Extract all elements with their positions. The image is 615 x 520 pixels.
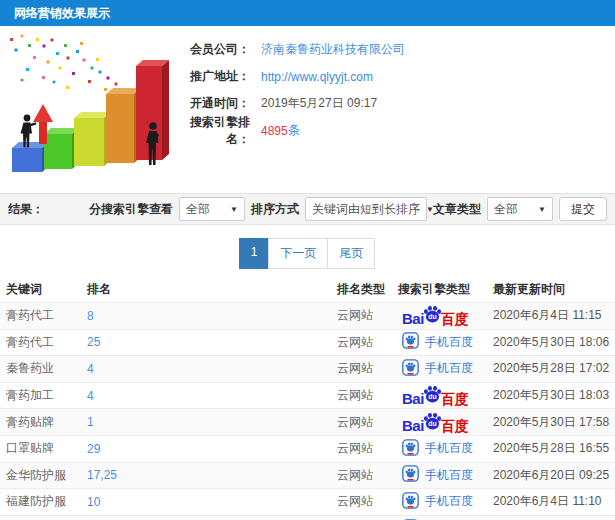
article-type-value: 全部 — [494, 201, 518, 218]
open-time-label: 开通时间： — [168, 95, 250, 112]
baidu-paw-icon: du — [424, 385, 442, 406]
rank-type-cell: 云网站 — [337, 493, 398, 510]
rank-value[interactable]: 4 — [87, 389, 94, 403]
promo-url-row: 推广地址： http://www.qlyyjt.com — [168, 63, 405, 90]
info-section: 会员公司： 济南秦鲁药业科技有限公司 推广地址： http://www.qlyy… — [0, 26, 615, 193]
engine-cell: 手机百度 — [398, 359, 493, 379]
rank-type-cell: 云网站 — [337, 307, 398, 324]
article-type-label: 文章类型 — [433, 201, 481, 218]
baidu-logo-cn: 百度 — [441, 419, 469, 433]
baidu-paw-icon: du — [424, 305, 442, 326]
table-row: 膏药代工8云网站Baidu百度2020年6月4日 11:15 — [0, 303, 615, 330]
rank-type-cell: 云网站 — [337, 334, 398, 351]
page-button-last[interactable]: 尾页 — [327, 238, 375, 269]
rank-value[interactable]: 17,25 — [87, 468, 117, 482]
engine-cell: Baidu百度 — [398, 305, 493, 326]
article-type-select[interactable]: 全部 ▼ — [487, 197, 553, 221]
rank-type-cell: 云网站 — [337, 440, 398, 457]
engine-filter-value: 全部 — [186, 201, 210, 218]
table-row: 膏药加工4云网站Baidu百度2020年5月30日 18:03 — [0, 383, 615, 410]
rank-value[interactable]: 29 — [87, 442, 100, 456]
baidu-logo-cn: 百度 — [441, 312, 469, 326]
rank-type-cell: 云网站 — [337, 414, 398, 431]
page-button-current[interactable]: 1 — [239, 238, 270, 269]
baidu-paw-icon: du — [424, 412, 442, 433]
mobile-baidu-icon — [402, 465, 419, 485]
svg-text:du: du — [428, 420, 436, 427]
rank-cell: 4 — [87, 389, 337, 403]
result-label: 结果： — [8, 201, 44, 218]
open-time-value: 2019年5月27日 09:17 — [261, 95, 377, 112]
rank-value[interactable]: 25 — [87, 335, 100, 349]
baidu-logo-text: Bai — [402, 311, 424, 326]
table-row-partial: 手机百度 — [0, 516, 615, 520]
member-company-link[interactable]: 济南秦鲁药业科技有限公司 — [261, 41, 405, 58]
col-header-keyword: 关键词 — [0, 281, 87, 298]
rank-type-cell: 云网站 — [337, 360, 398, 377]
update-time-cell: 2020年6月4日 11:10 — [493, 493, 615, 510]
page-button-next[interactable]: 下一页 — [268, 238, 328, 269]
mobile-baidu-logo: 手机百度 — [402, 332, 473, 352]
keyword-cell: 膏药加工 — [0, 387, 87, 404]
mobile-baidu-text: 手机百度 — [425, 334, 473, 351]
table-row: 膏药代工25云网站手机百度2020年5月30日 18:06 — [0, 330, 615, 357]
engine-filter-select[interactable]: 全部 ▼ — [179, 197, 245, 221]
keyword-cell: 福建防护服 — [0, 493, 87, 510]
engine-cell: 手机百度 — [398, 439, 493, 459]
engine-rank-unit: 条 — [288, 122, 300, 139]
rank-cell: 1 — [87, 415, 337, 429]
rank-cell: 17,25 — [87, 468, 337, 482]
baidu-logo: Baidu百度 — [402, 412, 469, 433]
rank-cell: 4 — [87, 362, 337, 376]
baidu-logo-text: Bai — [402, 391, 424, 406]
engine-cell: 手机百度 — [398, 492, 493, 512]
dropdown-arrow-icon: ▼ — [420, 205, 434, 214]
rank-type-cell: 云网站 — [337, 387, 398, 404]
update-time-cell: 2020年6月20日 09:25 — [493, 467, 615, 484]
engine-rank-row: 搜索引擎排名： 4895 条 — [168, 117, 405, 144]
table-row: 秦鲁药业4云网站手机百度2020年5月28日 17:02 — [0, 356, 615, 383]
dropdown-arrow-icon: ▼ — [532, 205, 546, 214]
sort-filter-select[interactable]: 关键词由短到长排序 ▼ — [305, 197, 427, 221]
rank-value[interactable]: 1 — [87, 415, 94, 429]
sort-filter-value: 关键词由短到长排序 — [312, 201, 420, 218]
engine-cell: Baidu百度 — [398, 412, 493, 433]
engine-cell: 手机百度 — [398, 332, 493, 352]
rank-cell: 10 — [87, 495, 337, 509]
table-body: 膏药代工8云网站Baidu百度2020年6月4日 11:15膏药代工25云网站手… — [0, 303, 615, 520]
filter-bar: 结果： 分搜索引擎查看 全部 ▼ 排序方式 关键词由短到长排序 ▼ 文章类型 全… — [0, 193, 615, 225]
engine-filter-label: 分搜索引擎查看 — [89, 201, 173, 218]
table-row: 金华防护服17,25云网站手机百度2020年6月20日 09:25 — [0, 463, 615, 490]
submit-button[interactable]: 提交 — [559, 197, 607, 221]
mobile-baidu-icon — [402, 492, 419, 512]
mobile-baidu-icon — [402, 439, 419, 459]
rank-cell: 25 — [87, 335, 337, 349]
col-header-rank: 排名 — [87, 281, 337, 298]
rank-cell: 8 — [87, 309, 337, 323]
rank-value[interactable]: 4 — [87, 362, 94, 376]
rank-cell: 29 — [87, 442, 337, 456]
rank-value[interactable]: 8 — [87, 309, 94, 323]
sort-filter-label: 排序方式 — [251, 201, 299, 218]
rank-value[interactable]: 10 — [87, 495, 100, 509]
mobile-baidu-text: 手机百度 — [425, 493, 473, 510]
promo-url-link[interactable]: http://www.qlyyjt.com — [261, 70, 373, 84]
rank-type-cell: 云网站 — [337, 467, 398, 484]
update-time-cell: 2020年5月30日 18:03 — [493, 387, 615, 404]
confetti-decoration — [10, 34, 118, 95]
mobile-baidu-logo: 手机百度 — [402, 492, 473, 512]
col-header-update-time: 最新更新时间 — [493, 281, 615, 298]
page-title: 网络营销效果展示 — [14, 5, 110, 22]
baidu-logo: Baidu百度 — [402, 385, 469, 406]
update-time-cell: 2020年5月30日 18:06 — [493, 334, 615, 351]
mobile-baidu-text: 手机百度 — [425, 440, 473, 457]
engine-cell: Baidu百度 — [398, 385, 493, 406]
keyword-cell: 金华防护服 — [0, 467, 87, 484]
keyword-cell: 秦鲁药业 — [0, 360, 87, 377]
keyword-cell: 膏药贴牌 — [0, 414, 87, 431]
mobile-baidu-logo: 手机百度 — [402, 359, 473, 379]
bars-decoration — [12, 60, 169, 172]
title-bar: 网络营销效果展示 — [0, 0, 615, 26]
filter-controls: 分搜索引擎查看 全部 ▼ 排序方式 关键词由短到长排序 ▼ 文章类型 全部 ▼ … — [89, 197, 607, 221]
svg-text:du: du — [428, 314, 436, 321]
